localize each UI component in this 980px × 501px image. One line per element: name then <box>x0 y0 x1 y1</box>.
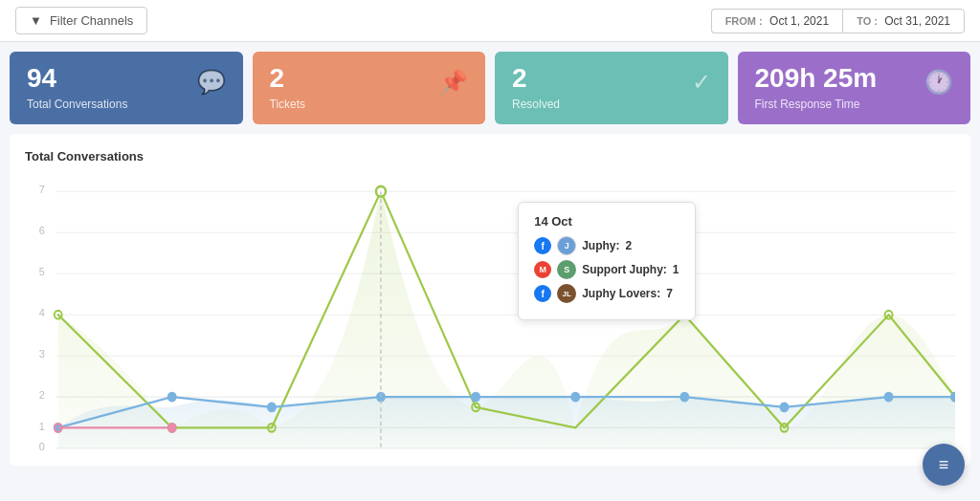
facebook-icon-2: f <box>534 285 551 302</box>
svg-point-27 <box>168 393 176 402</box>
tooltip-name-3: Juphy Lovers: <box>582 287 660 300</box>
svg-text:7: 7 <box>39 184 45 195</box>
svg-point-30 <box>472 393 479 402</box>
to-date-value: Oct 31, 2021 <box>884 14 950 28</box>
stat-icon-resolved: ✓ <box>692 69 711 96</box>
svg-text:2: 2 <box>39 389 45 401</box>
stat-left-first-response-time: 209h 25m First Response Time <box>755 65 878 111</box>
stat-value-tickets: 2 <box>270 65 306 92</box>
stats-row: 94 Total Conversations 💬 2 Tickets 📌 2 R… <box>0 42 980 134</box>
stat-label-tickets: Tickets <box>270 98 306 111</box>
tooltip-row-2: M S Support Juphy: 1 <box>534 260 679 279</box>
tooltip-name-2: Support Juphy: <box>582 263 667 276</box>
stat-value-total-conversations: 94 <box>27 65 127 92</box>
stat-card-total-conversations: 94 Total Conversations 💬 <box>10 52 243 124</box>
juphy-lovers-avatar: JL <box>557 284 576 303</box>
svg-point-28 <box>268 403 276 412</box>
facebook-icon-1: f <box>534 237 551 254</box>
tooltip-count-3: 7 <box>666 287 673 300</box>
chart-title: Total Conversations <box>25 149 955 163</box>
stat-left-resolved: 2 Resolved <box>512 65 560 111</box>
tooltip-count-1: 2 <box>626 239 633 252</box>
svg-text:6: 6 <box>39 225 45 236</box>
svg-text:4: 4 <box>39 307 45 318</box>
chart-section: Total Conversations 7 6 5 4 3 2 1 0 <box>10 134 970 466</box>
chart-svg: 7 6 5 4 3 2 1 0 <box>25 173 955 450</box>
stat-label-resolved: Resolved <box>512 98 560 111</box>
stat-value-first-response-time: 209h 25m <box>755 65 878 92</box>
chart-container: 7 6 5 4 3 2 1 0 <box>25 173 955 450</box>
tooltip-row-3: f JL Juphy Lovers: 7 <box>534 284 679 303</box>
to-label: TO : <box>857 15 878 27</box>
juphy-avatar: J <box>557 236 576 255</box>
tooltip-date: 14 Oct <box>534 214 679 229</box>
stat-card-first-response-time: 209h 25m First Response Time 🕐 <box>738 52 971 124</box>
svg-text:3: 3 <box>39 348 45 359</box>
stat-icon-first-response-time: 🕐 <box>924 69 953 96</box>
to-date-field[interactable]: TO : Oct 31, 2021 <box>842 9 965 33</box>
filter-channels-button[interactable]: ▼ Filter Channels <box>15 7 147 34</box>
stat-label-first-response-time: First Response Time <box>755 98 878 111</box>
stat-left-total-conversations: 94 Total Conversations <box>27 65 127 111</box>
from-date-field[interactable]: FROM : Oct 1, 2021 <box>711 9 843 33</box>
svg-point-32 <box>680 393 688 402</box>
tooltip-name-1: Juphy: <box>582 239 619 252</box>
stat-card-resolved: 2 Resolved ✓ <box>495 52 728 124</box>
filter-button-label: Filter Channels <box>50 13 133 28</box>
svg-point-34 <box>885 393 893 402</box>
stat-label-total-conversations: Total Conversations <box>27 98 127 111</box>
fab-icon: ≡ <box>939 455 949 475</box>
from-label: FROM : <box>725 15 763 27</box>
svg-point-35 <box>951 393 955 402</box>
tooltip-row-1: f J Juphy: 2 <box>534 236 679 255</box>
svg-text:0: 0 <box>39 441 45 450</box>
svg-text:5: 5 <box>39 266 45 277</box>
chart-tooltip: 14 Oct f J Juphy: 2 M S Support Juphy: 1… <box>518 202 695 320</box>
stat-card-tickets: 2 Tickets 📌 <box>253 52 486 124</box>
svg-point-33 <box>781 403 789 412</box>
stat-icon-total-conversations: 💬 <box>197 69 226 96</box>
support-avatar: S <box>557 260 576 279</box>
filter-icon: ▼ <box>30 13 42 28</box>
svg-point-31 <box>571 393 579 402</box>
stat-value-resolved: 2 <box>512 65 560 92</box>
date-range: FROM : Oct 1, 2021 TO : Oct 31, 2021 <box>711 9 965 33</box>
tooltip-count-2: 1 <box>673 263 679 276</box>
stat-left-tickets: 2 Tickets <box>270 65 306 111</box>
svg-point-37 <box>168 424 176 432</box>
top-bar: ▼ Filter Channels FROM : Oct 1, 2021 TO … <box>0 0 980 42</box>
svg-text:1: 1 <box>39 420 45 431</box>
stat-icon-tickets: 📌 <box>439 69 468 96</box>
gmail-icon: M <box>534 261 551 278</box>
from-date-value: Oct 1, 2021 <box>769 14 829 28</box>
